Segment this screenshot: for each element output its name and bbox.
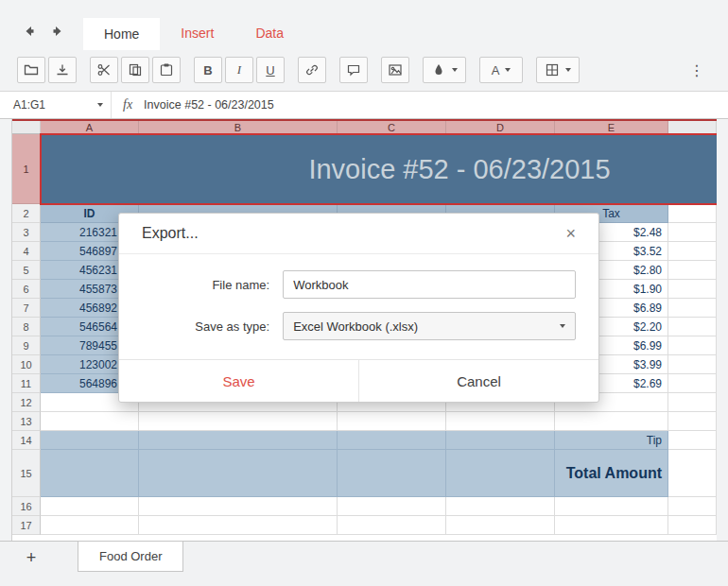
text-color-button[interactable]: A [479, 57, 523, 83]
cell[interactable] [668, 336, 717, 355]
cell[interactable] [41, 412, 139, 431]
cell[interactable] [139, 516, 338, 535]
cut-button[interactable] [90, 57, 118, 83]
column-header-b[interactable]: B [139, 121, 338, 134]
undo-arrow-icon [22, 24, 37, 39]
formula-input[interactable]: Invoice #52 - 06/23/2015 [144, 98, 274, 112]
tab-data[interactable]: Data [234, 17, 304, 49]
fill-color-button[interactable] [423, 57, 466, 83]
cell-total-label[interactable]: Total Amount [555, 450, 668, 497]
cell[interactable] [446, 431, 555, 450]
undo-button[interactable] [19, 23, 40, 40]
cell[interactable] [555, 497, 668, 516]
cell[interactable] [446, 516, 555, 535]
cell[interactable] [446, 497, 555, 516]
cell[interactable] [668, 299, 717, 318]
insert-image-button[interactable] [381, 57, 409, 83]
row-header-11[interactable]: 11 [12, 374, 41, 393]
redo-button[interactable] [47, 23, 68, 40]
cell[interactable] [446, 450, 555, 497]
cell[interactable] [555, 412, 668, 431]
row-header-2[interactable]: 2 [12, 204, 41, 223]
paste-button[interactable] [152, 57, 181, 83]
cell-tip-label[interactable]: Tip [555, 431, 668, 450]
cell[interactable] [668, 242, 717, 261]
row-header-14[interactable]: 14 [12, 431, 41, 450]
cell[interactable] [668, 412, 717, 431]
cell[interactable] [446, 412, 555, 431]
cell[interactable] [668, 223, 717, 242]
cell[interactable] [668, 280, 717, 299]
row-header-10[interactable]: 10 [12, 355, 41, 374]
column-header-filler [668, 121, 717, 134]
row-header-15[interactable]: 15 [12, 450, 41, 497]
cell[interactable] [338, 497, 446, 516]
borders-button[interactable] [536, 57, 580, 83]
row-header-6[interactable]: 6 [12, 280, 41, 299]
row-header-1[interactable]: 1 [12, 134, 41, 204]
underline-button[interactable]: U [256, 57, 285, 83]
row-header-4[interactable]: 4 [12, 242, 41, 261]
banner-cell[interactable]: Invoice #52 - 06/23/2015 [41, 134, 717, 204]
column-header-a[interactable]: A [41, 121, 139, 134]
cell[interactable] [338, 431, 446, 450]
row-header-3[interactable]: 3 [12, 223, 41, 242]
close-icon[interactable]: × [560, 224, 581, 243]
copy-icon [128, 62, 143, 78]
cell[interactable] [668, 450, 717, 497]
cell[interactable] [139, 497, 338, 516]
cell[interactable] [338, 516, 446, 535]
open-button[interactable] [17, 57, 45, 83]
cell[interactable] [668, 204, 717, 223]
cell[interactable] [668, 431, 717, 450]
file-name-input[interactable] [283, 270, 576, 299]
row-header-16[interactable]: 16 [12, 497, 41, 516]
cell[interactable] [668, 516, 717, 535]
cell[interactable] [41, 431, 139, 450]
column-header-c[interactable]: C [338, 121, 446, 134]
cell[interactable] [668, 261, 717, 280]
column-header-d[interactable]: D [446, 121, 555, 134]
row-header-7[interactable]: 7 [12, 299, 41, 318]
cell[interactable] [139, 431, 338, 450]
cell[interactable] [41, 516, 139, 535]
save-button[interactable]: Save [119, 360, 359, 402]
row-15: Total Amount [41, 450, 717, 497]
cancel-button[interactable]: Cancel [359, 360, 598, 402]
name-box[interactable]: A1:G1 [0, 92, 112, 118]
cell[interactable] [668, 497, 717, 516]
bold-button[interactable]: B [194, 57, 222, 83]
row-header-13[interactable]: 13 [12, 412, 41, 431]
cell[interactable] [338, 412, 446, 431]
add-sheet-button[interactable]: + [19, 545, 43, 570]
comment-button[interactable] [339, 57, 368, 83]
italic-button[interactable]: I [225, 57, 253, 83]
copy-button[interactable] [121, 57, 149, 83]
row-header-8[interactable]: 8 [12, 318, 41, 336]
row-header-12[interactable]: 12 [12, 393, 41, 412]
cell[interactable] [555, 516, 668, 535]
cell[interactable] [41, 450, 139, 497]
cell[interactable] [668, 355, 717, 374]
cell[interactable] [139, 412, 338, 431]
tab-insert[interactable]: Insert [160, 17, 234, 49]
overflow-menu-button[interactable]: ⋮ [683, 57, 711, 83]
cell[interactable] [668, 374, 717, 393]
column-header-e[interactable]: E [555, 121, 668, 134]
export-button[interactable] [48, 57, 77, 83]
cell[interactable] [139, 450, 338, 497]
row-header-9[interactable]: 9 [12, 336, 41, 355]
select-all-corner[interactable] [12, 121, 41, 134]
tabstrip: Home Insert Data [0, 0, 728, 50]
cell[interactable] [668, 393, 717, 412]
row-header-5[interactable]: 5 [12, 261, 41, 280]
file-name-label: File name: [142, 278, 269, 292]
tab-home[interactable]: Home [83, 18, 160, 50]
save-as-type-dropdown[interactable]: Excel Workbook (.xlsx) [283, 312, 576, 340]
cell[interactable] [41, 497, 139, 516]
link-button[interactable] [298, 57, 326, 83]
row-header-17[interactable]: 17 [12, 516, 41, 535]
cell[interactable] [338, 450, 446, 497]
sheet-tab-food-order[interactable]: Food Order [78, 542, 183, 572]
cell[interactable] [668, 318, 717, 336]
